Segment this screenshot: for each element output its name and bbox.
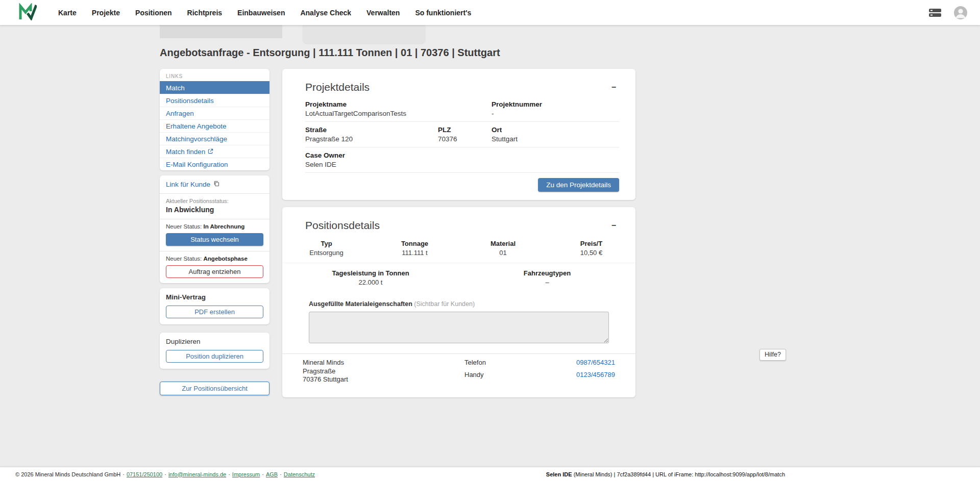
material-properties-label: Ausgefüllte Materialeigenschaften (Sicht… [309,300,609,308]
customer-link[interactable]: Link für Kunde [160,175,270,193]
scrolled-block-left [160,25,282,38]
next-status-line-2: Neuer Status: Angebotsphase [166,256,263,262]
sidebar-item-match-finden[interactable]: Match finden [160,145,270,158]
next-status-line-1: Neuer Status: In Abrechnung [166,223,263,230]
footer-left: © 2026 Mineral Minds Deutschland GmbH · … [15,471,315,477]
stat-preis: Preis/T 10,50 € [547,240,635,257]
top-navbar: Karte Projekte Positionen Richtpreis Ein… [0,0,980,25]
stat-fahrzeugtypen: Fahrzeugtypen – [459,269,635,286]
sidebar-item-positionsdetails[interactable]: Positionsdetails [160,94,270,107]
collapse-positionsdetails-button[interactable]: − [608,220,619,231]
handy-link[interactable]: 0123/456789 [576,371,615,379]
footer-impressum-link[interactable]: Impressum [232,471,260,477]
footer-copyright: © 2026 Mineral Minds Deutschland GmbH [15,471,120,477]
sidebar: LINKS Match Positionsdetails Anfragen Er… [160,69,270,395]
sidebar-item-erhaltene-angebote[interactable]: Erhaltene Angebote [160,119,270,132]
nav-so-funktionierts[interactable]: So funktioniert's [415,9,471,17]
telefon-label: Telefon [464,359,486,367]
mineral-minds-logo[interactable] [18,3,37,22]
field-strasse: Straße Pragstraße 120 [305,126,438,143]
scrolled-block-right [303,25,425,43]
field-projektname: Projektname LotActualTargetComparisonTes… [305,100,492,117]
customer-link-label: Link für Kunde [166,181,210,188]
user-avatar[interactable] [953,6,968,20]
nav-positionen[interactable]: Positionen [135,9,172,17]
projektdetails-card: Projektdetails − Projektname LotActualTa… [282,69,635,200]
field-ort: Ort Stuttgart [492,126,619,143]
field-plz: PLZ 70376 [438,126,492,143]
copy-icon [213,181,219,188]
nav-richtpreis[interactable]: Richtpreis [187,9,222,17]
nav-einbauweisen[interactable]: Einbauweisen [237,9,285,17]
stat-typ: Typ Entsorgung [282,240,371,257]
sidebar-item-match[interactable]: Match [160,81,270,94]
navbar-right [928,6,968,20]
auftrag-entziehen-button[interactable]: Auftrag entziehen [166,265,263,278]
positionsdetails-title: Positionsdetails [305,219,380,232]
mini-vertrag-title: Mini-Vertrag [166,293,263,301]
field-projektnummer: Projektnummer - [492,100,619,117]
next-status-section-1: Neuer Status: In Abrechnung Status wechs… [160,219,270,251]
sidebar-item-anfragen[interactable]: Anfragen [160,107,270,119]
sidebar-item-matchingvorschlaege[interactable]: Matchingvorschläge [160,132,270,145]
positionsdetails-card: Positionsdetails − Typ Entsorgung Tonnag… [282,207,635,397]
mini-vertrag-card: Mini-Vertrag PDF erstellen [160,288,270,324]
duplizieren-card: Duplizieren Position duplizieren [160,333,270,369]
field-case-owner: Case Owner Selen IDE [305,151,619,168]
material-properties-textarea[interactable] [309,312,609,343]
current-status-section: Aktueller Positionsstatus: In Abwicklung [160,193,270,219]
main-nav: Karte Projekte Positionen Richtpreis Ein… [58,9,471,17]
external-link-icon [208,148,213,156]
links-caption: LINKS [160,70,270,81]
sidebar-item-label: Match finden [166,148,205,156]
status-card: Link für Kunde Aktueller Positionsstatus… [160,175,270,283]
material-properties-hint: (Sichtbar für Kunden) [414,300,475,308]
links-card: LINKS Match Positionsdetails Anfragen Er… [160,69,270,170]
nav-verwalten[interactable]: Verwalten [366,9,400,17]
position-duplizieren-button[interactable]: Position duplizieren [166,350,263,363]
content-layout: LINKS Match Positionsdetails Anfragen Er… [160,69,635,397]
telefon-link[interactable]: 0987/654321 [576,359,615,367]
contact-phones: Telefon 0987/654321 Handy 0123/456789 [464,359,615,384]
main-content: Projektdetails − Projektname LotActualTa… [282,69,635,397]
duplizieren-title: Duplizieren [166,338,263,345]
nav-karte[interactable]: Karte [58,9,77,17]
current-status-label: Aktueller Positionsstatus: [166,198,263,204]
footer-datenschutz-link[interactable]: Datenschutz [284,471,315,477]
pdf-erstellen-button[interactable]: PDF erstellen [166,306,263,318]
footer: © 2026 Mineral Minds Deutschland GmbH · … [0,467,980,481]
status-wechseln-button[interactable]: Status wechseln [166,233,263,246]
nav-analyse-check[interactable]: Analyse Check [300,9,351,17]
contact-street: Pragstraße [303,367,348,376]
contact-city: 70376 Stuttgart [303,375,348,384]
sidebar-item-email-konfiguration[interactable]: E-Mail Konfiguration [160,158,270,170]
server-icon[interactable] [928,7,942,18]
nav-projekte[interactable]: Projekte [92,9,120,17]
logo-icon [18,3,37,22]
contact-section: Mineral Minds Pragstraße 70376 Stuttgart… [282,353,635,397]
footer-agb-link[interactable]: AGB [266,471,278,477]
collapse-projektdetails-button[interactable]: − [608,82,619,93]
contact-address: Mineral Minds Pragstraße 70376 Stuttgart [303,359,348,384]
zu-den-projektdetails-button[interactable]: Zu den Projektdetails [538,178,619,192]
page-title: Angebotsanfrage - Entsorgung | 111.111 T… [160,47,500,59]
contact-company: Mineral Minds [303,359,348,367]
help-button[interactable]: Hilfe? [760,349,786,361]
current-status-value: In Abwicklung [166,206,263,214]
projektdetails-title: Projektdetails [305,81,370,93]
handy-label: Handy [464,371,484,379]
footer-session-info: Selen IDE (Mineral Minds) | 7cf2a389fd44… [546,471,785,477]
next-status-section-2: Neuer Status: Angebotsphase Auftrag entz… [160,251,270,283]
footer-phone-link[interactable]: 07151/250100 [127,471,162,477]
stat-material: Material 01 [459,240,547,257]
stat-tonnage: Tonnage 111.111 t [371,240,459,257]
stat-tagesleistung: Tagesleistung in Tonnen 22.000 t [282,269,459,286]
zur-positionsuebersicht-button[interactable]: Zur Positionsübersicht [160,382,270,395]
footer-email-link[interactable]: info@mineral-minds.de [168,471,226,477]
